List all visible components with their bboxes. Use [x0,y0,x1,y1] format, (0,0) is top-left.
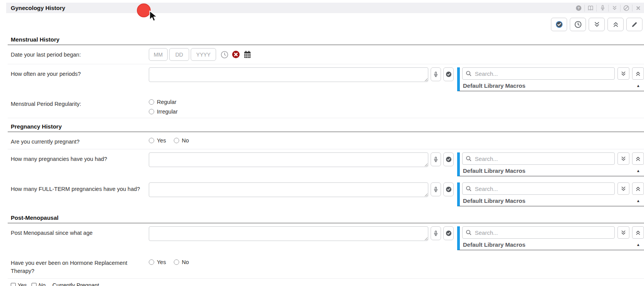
macro-expand-button[interactable] [617,152,629,165]
calendar-icon[interactable] [243,50,251,59]
macro-library-header[interactable]: Default Library Macros ▲ [462,165,644,174]
radio-yes[interactable] [149,138,154,143]
confirm-check-button[interactable] [443,152,454,166]
radio-option-irregular[interactable]: Irregular [149,109,178,115]
radio-irregular[interactable] [149,109,154,114]
expand-all-button[interactable] [607,18,624,31]
form-row-currently-pregnant: Are you currently pregnant? Yes No [8,132,644,149]
macro-collapse-button[interactable] [632,67,644,80]
radio-yes[interactable] [149,259,154,265]
macro-panel: Default Library Macros ▲ [457,226,644,250]
collapse-up-icon[interactable]: ▲ [636,169,640,173]
macro-library-title: Default Library Macros [463,167,526,174]
search-icon [466,70,472,77]
currently-pregnant-checkbox-row: Yes No Currently Pregnant [8,279,644,286]
field-label: How often are your periods? [11,67,149,78]
menopause-age-textarea[interactable] [149,226,428,241]
close-icon[interactable] [632,5,644,12]
microphone-icon[interactable] [596,5,608,12]
date-year-input[interactable] [191,48,216,61]
section-heading-pregnancy: Pregnancy History [8,123,644,132]
dictate-microphone-button[interactable] [431,67,441,81]
macro-search-input[interactable] [462,152,615,165]
macro-search-wrap [462,152,615,165]
macro-search-input[interactable] [462,226,615,239]
edit-pencil-button[interactable] [626,18,642,31]
date-day-input[interactable] [169,48,189,61]
svg-text:?: ? [577,6,580,10]
pregnancy-count-textarea[interactable] [149,152,428,167]
radio-option-yes[interactable]: Yes [149,259,166,265]
macro-search-input[interactable] [462,182,615,195]
checkbox-option-no[interactable]: No [32,282,50,286]
macro-expand-button[interactable] [617,67,629,80]
radio-option-no[interactable]: No [174,137,189,144]
book-icon[interactable] [584,5,596,12]
field-label: Are you currently pregnant? [11,135,149,146]
macro-expand-button[interactable] [617,226,629,239]
mouse-cursor-icon [149,10,159,22]
macro-expand-button[interactable] [617,182,629,195]
macro-collapse-button[interactable] [632,152,644,165]
checkbox-no[interactable] [32,283,37,286]
macro-library-title: Default Library Macros [463,82,526,89]
ban-icon[interactable] [620,5,632,12]
confirm-check-button[interactable] [443,182,454,196]
checkbox-yes[interactable] [11,283,16,286]
form-row-regularity: Menstrual Period Regularity: Regular Irr… [8,94,644,118]
form-toolbar [0,18,642,31]
collapse-up-icon[interactable]: ▲ [636,199,640,203]
field-label: Menstrual Period Regularity: [11,97,149,108]
radio-label: Yes [157,259,166,265]
field-label: Post Menopausal since what age [11,226,149,237]
full-term-count-textarea[interactable] [149,182,428,197]
macro-library-title: Default Library Macros [463,241,526,248]
macro-collapse-button[interactable] [632,226,644,239]
search-icon [466,229,472,236]
macro-library-header[interactable]: Default Library Macros ▲ [462,239,644,248]
macro-search-wrap [462,226,615,239]
collapse-up-icon[interactable]: ▲ [636,243,640,247]
form-row-pregnancy-count: How many pregnancies have you had? [8,149,644,179]
clock-icon[interactable] [221,51,228,59]
form-row-since-age: Post Menopausal since what age [8,223,644,253]
period-frequency-textarea[interactable] [149,67,428,82]
radio-label: Regular [157,99,176,105]
macro-search-input[interactable] [462,67,615,80]
search-icon [466,156,472,162]
field-label: How many pregnancies have you had? [11,152,149,163]
collapse-up-icon[interactable]: ▲ [636,84,640,88]
window-header: Gynecology History ? [6,3,644,13]
header-icon-strip: ? [572,3,644,13]
collapse-all-button[interactable] [589,18,605,31]
chevron-double-down-icon[interactable] [608,5,620,12]
radio-option-no[interactable]: No [174,259,189,265]
page-title: Gynecology History [6,5,65,11]
confirm-check-button[interactable] [443,67,454,81]
section-heading-post-menopausal: Post-Menopausal [8,214,644,223]
radio-option-yes[interactable]: Yes [149,137,166,144]
radio-no[interactable] [174,138,179,143]
clear-circle-icon[interactable] [232,50,240,59]
confirm-check-button[interactable] [443,226,454,240]
dictate-microphone-button[interactable] [431,152,441,166]
macro-panel: Default Library Macros ▲ [457,152,644,176]
macro-panel: Default Library Macros ▲ [457,182,644,206]
date-month-input[interactable] [149,48,168,61]
radio-option-regular[interactable]: Regular [149,99,178,105]
radio-no[interactable] [174,259,179,265]
macro-library-title: Default Library Macros [463,197,526,204]
help-icon[interactable]: ? [572,5,584,12]
macro-library-header[interactable]: Default Library Macros ▲ [462,80,644,89]
checkbox-option-yes[interactable]: Yes [11,282,32,286]
radio-regular[interactable] [149,99,154,105]
dictate-microphone-button[interactable] [431,226,441,240]
macro-search-wrap [462,67,615,80]
dictate-microphone-button[interactable] [431,182,441,196]
form-row-last-period: Date your last period began: [8,45,644,64]
form-row-hrt: Have you ever been on Hormone Replacemen… [8,253,644,279]
history-clock-button[interactable] [570,18,586,31]
macro-collapse-button[interactable] [632,182,644,195]
check-circle-button[interactable] [551,18,567,31]
macro-library-header[interactable]: Default Library Macros ▲ [462,195,644,204]
